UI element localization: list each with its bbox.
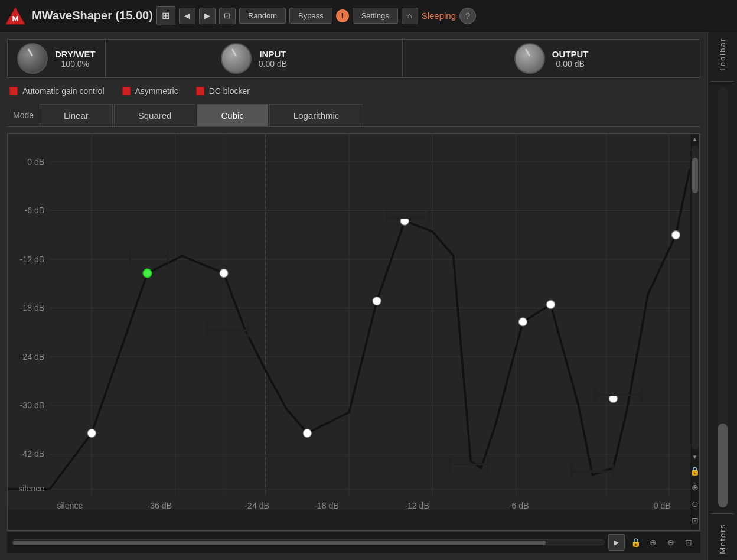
- svg-point-24: [303, 429, 311, 437]
- svg-text:M: M: [12, 14, 19, 23]
- svg-text:-36 dB: -36 dB: [148, 501, 172, 510]
- scroll-up-arrow[interactable]: ▲: [690, 134, 700, 144]
- tab-linear[interactable]: Linear: [40, 104, 113, 126]
- h-scrollbar-thumb[interactable]: [13, 541, 546, 545]
- dry-wet-value: 100.0%: [55, 59, 96, 69]
- auto-gain-label: Automatic gain control: [22, 86, 105, 96]
- app-name: MWaveShaper (15.00): [32, 9, 153, 22]
- fit-icon[interactable]: ⊡: [688, 513, 702, 528]
- graph-container[interactable]: 0 dB -6 dB -12 dB -18 dB -24 dB -30 dB -…: [7, 133, 700, 531]
- bypass-button[interactable]: Bypass: [289, 8, 332, 24]
- tab-cubic[interactable]: Cubic: [197, 104, 268, 126]
- lock-icon[interactable]: 🔒: [688, 464, 702, 478]
- tab-logarithmic[interactable]: Logarithmic: [269, 104, 364, 126]
- wave-graph: 0 dB -6 dB -12 dB -18 dB -24 dB -30 dB -…: [8, 134, 690, 510]
- svg-text:silence: silence: [18, 484, 44, 493]
- sidebar-divider-1: [711, 81, 734, 82]
- zoom-out-icon[interactable]: ⊖: [688, 497, 702, 511]
- svg-point-25: [373, 297, 381, 305]
- input-section: INPUT 0.00 dB: [106, 40, 403, 77]
- svg-point-30: [671, 231, 680, 239]
- auto-gain-indicator: [9, 87, 18, 95]
- svg-text:-6 dB: -6 dB: [24, 206, 44, 215]
- home-button[interactable]: ⌂: [402, 8, 418, 24]
- sleeping-status: Sleeping: [422, 11, 456, 21]
- output-label: OUTPUT: [552, 49, 589, 59]
- meters-label: Meters: [718, 517, 727, 560]
- input-label: INPUT: [259, 49, 287, 59]
- svg-point-28: [546, 300, 555, 308]
- asymmetric-checkbox[interactable]: Asymmetric: [122, 86, 178, 96]
- svg-point-21: [87, 429, 96, 437]
- title-bar: M MWaveShaper (15.00) ⊞ ◀ ▶ ⊡ Random Byp…: [0, 0, 737, 32]
- vertical-scrollbar[interactable]: ▲ ▼ 🔒 ⊕ ⊖ ⊡: [690, 134, 699, 530]
- output-section: OUTPUT 0.00 dB: [403, 40, 700, 77]
- graph-bottom-bar: ▶ 🔒 ⊕ ⊖ ⊡: [7, 531, 700, 553]
- scrollbar-track[interactable]: [692, 146, 699, 450]
- graph-area: 0 dB -6 dB -12 dB -18 dB -24 dB -30 dB -…: [7, 133, 700, 553]
- plugin-body: DRY/WET 100.0% INPUT 0.00 dB OUTPUT 0.00…: [0, 32, 707, 560]
- controls-row: DRY/WET 100.0% INPUT 0.00 dB OUTPUT 0.00…: [7, 39, 700, 78]
- svg-text:-18 dB: -18 dB: [20, 303, 45, 312]
- horizontal-scrollbar[interactable]: [12, 539, 605, 545]
- grid-button[interactable]: ⊞: [156, 6, 175, 25]
- sidebar-meter-fill: [718, 424, 728, 507]
- svg-text:0 dB: 0 dB: [27, 157, 44, 167]
- settings-button[interactable]: Settings: [353, 8, 398, 24]
- help-button[interactable]: ?: [459, 8, 476, 24]
- mode-label: Mode: [7, 110, 40, 120]
- svg-point-27: [518, 318, 527, 326]
- output-value: 0.00 dB: [552, 59, 589, 69]
- dry-wet-section: DRY/WET 100.0%: [8, 40, 106, 77]
- dc-blocker-label: DC blocker: [209, 86, 250, 96]
- svg-text:0 dB: 0 dB: [654, 501, 671, 510]
- graph-inner: 0 dB -6 dB -12 dB -18 dB -24 dB -30 dB -…: [8, 134, 690, 530]
- save-button[interactable]: ⊡: [219, 8, 236, 24]
- prev-button[interactable]: ◀: [179, 8, 195, 24]
- dry-wet-knob[interactable]: [17, 43, 48, 74]
- asymmetric-label: Asymmetric: [135, 86, 178, 96]
- svg-text:-24 dB: -24 dB: [244, 501, 269, 510]
- mode-row: Mode Linear Squared Cubic Logarithmic: [7, 104, 700, 127]
- dry-wet-label: DRY/WET: [55, 49, 96, 59]
- dc-blocker-checkbox[interactable]: DC blocker: [196, 86, 250, 96]
- input-value: 0.00 dB: [259, 59, 287, 69]
- sidebar-meter-track: [718, 87, 728, 508]
- input-knob[interactable]: [221, 43, 252, 74]
- svg-text:-24 dB: -24 dB: [20, 352, 45, 362]
- auto-gain-checkbox[interactable]: Automatic gain control: [9, 86, 105, 96]
- next-button[interactable]: ▶: [199, 8, 216, 24]
- svg-text:silence: silence: [57, 501, 83, 510]
- bottom-fit-icon[interactable]: ⊡: [681, 535, 696, 549]
- output-knob[interactable]: [514, 43, 545, 74]
- checkboxes-row: Automatic gain control Asymmetric DC blo…: [7, 84, 700, 98]
- bottom-zoom-in-icon[interactable]: ⊕: [646, 535, 660, 549]
- svg-text:-18 dB: -18 dB: [314, 501, 339, 510]
- dc-blocker-indicator: [196, 87, 204, 95]
- asymmetric-indicator: [122, 87, 131, 95]
- svg-point-22: [143, 269, 151, 277]
- svg-point-23: [220, 269, 228, 277]
- tab-squared[interactable]: Squared: [114, 104, 196, 126]
- svg-text:-6 dB: -6 dB: [509, 501, 529, 510]
- zoom-in-icon[interactable]: ⊕: [688, 480, 702, 494]
- sidebar-divider-2: [711, 513, 734, 514]
- main-area: DRY/WET 100.0% INPUT 0.00 dB OUTPUT 0.00…: [0, 32, 737, 560]
- svg-text:-12 dB: -12 dB: [20, 255, 45, 264]
- warn-icon: !: [336, 9, 349, 22]
- random-button[interactable]: Random: [239, 8, 286, 24]
- right-sidebar: Toolbar Meters: [707, 32, 737, 560]
- scrollbar-thumb[interactable]: [692, 158, 698, 193]
- bottom-zoom-out-icon[interactable]: ⊖: [664, 535, 678, 549]
- logo-icon: M: [5, 5, 26, 27]
- svg-text:-42 dB: -42 dB: [20, 449, 45, 458]
- toolbar-label: Toolbar: [718, 32, 727, 77]
- h-scroll-right[interactable]: ▶: [608, 534, 625, 551]
- svg-text:-30 dB: -30 dB: [20, 401, 45, 410]
- scroll-down-arrow[interactable]: ▼: [690, 452, 700, 461]
- svg-text:-12 dB: -12 dB: [405, 501, 429, 510]
- bottom-lock-icon[interactable]: 🔒: [628, 535, 643, 549]
